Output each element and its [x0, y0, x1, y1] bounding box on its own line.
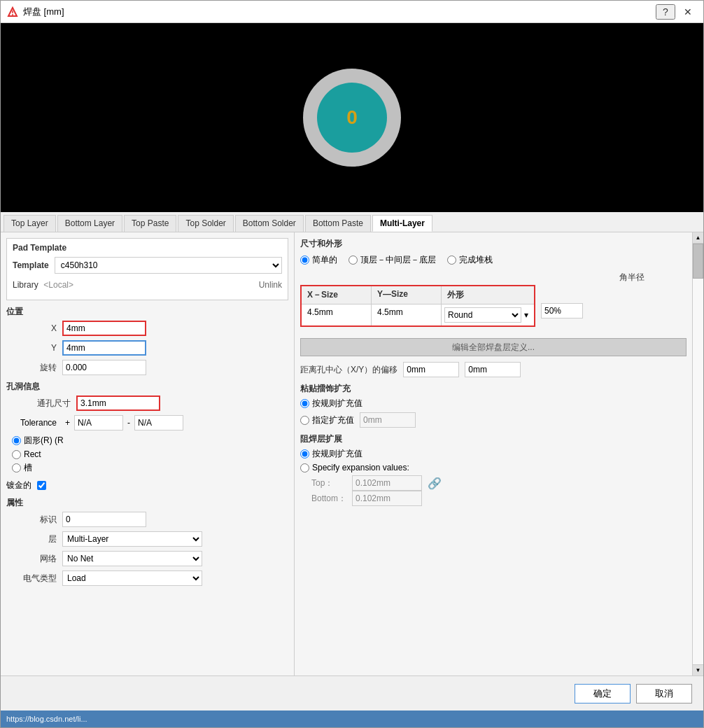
top-mid-bottom-radio-label: 顶层－中间层－底层: [360, 254, 436, 266]
pad-label: 0: [346, 106, 358, 129]
x-input[interactable]: [62, 321, 146, 336]
right-panel: 尺寸和外形 简单的 顶层－中间层－底层: [295, 232, 692, 676]
left-panel: Pad Template Template c450h310 Library <…: [1, 232, 295, 676]
solder-rule-radio-item: 按规则扩充值: [300, 448, 687, 460]
tab-bottom-paste[interactable]: Bottom Paste: [305, 215, 371, 232]
solder-bottom-input[interactable]: [352, 491, 422, 506]
layer-select[interactable]: Multi-Layer: [62, 531, 202, 547]
tolerance-plus-input[interactable]: [74, 415, 123, 430]
x-size-header: X－Size: [302, 286, 372, 304]
solder-top-label: Top：: [311, 477, 346, 489]
rect-radio-item: Rect: [12, 449, 288, 459]
tolerance-label: Tolerance: [6, 418, 62, 428]
simple-radio[interactable]: [300, 255, 309, 265]
through-hole-label: 通孔尺寸: [6, 398, 76, 410]
scroll-thumb: [693, 244, 703, 279]
size-shape-title: 尺寸和外形: [300, 238, 687, 250]
position-title: 位置: [6, 306, 288, 318]
template-row: Template c450h310: [13, 257, 282, 274]
net-row: 网络 No Net: [6, 551, 288, 566]
slot-radio[interactable]: [12, 463, 21, 472]
properties-title: 属性: [6, 497, 288, 509]
pad-visual: 0: [303, 69, 401, 167]
edit-all-layers-button[interactable]: 编辑全部焊盘层定义...: [300, 338, 687, 356]
close-button[interactable]: ✕: [678, 4, 698, 20]
y-size-value: 4.5mm: [372, 304, 442, 326]
pad-outer-ring: 0: [303, 69, 401, 167]
library-value: <Local>: [43, 280, 73, 290]
paste-rule-radio[interactable]: [300, 399, 309, 408]
properties-section: 属性 标识 层 Multi-Layer 网络: [6, 497, 288, 586]
id-input[interactable]: [62, 512, 146, 527]
y-size-header: Y—Size: [372, 286, 442, 304]
rect-radio[interactable]: [12, 450, 21, 459]
plating-checkbox[interactable]: [37, 481, 46, 490]
net-select[interactable]: No Net: [62, 551, 202, 566]
tab-bottom-solder[interactable]: Bottom Solder: [235, 215, 304, 232]
simple-radio-label: 简单的: [312, 254, 337, 266]
tab-top-layer[interactable]: Top Layer: [3, 215, 56, 232]
template-select[interactable]: c450h310: [55, 257, 282, 274]
solder-bottom-row: Bottom：: [311, 491, 687, 506]
scroll-up-button[interactable]: ▲: [693, 232, 703, 244]
y-label: Y: [6, 343, 62, 353]
y-row: Y: [6, 340, 288, 356]
confirm-button[interactable]: 确定: [575, 684, 631, 704]
full-stack-radio[interactable]: [447, 255, 456, 265]
rotation-input[interactable]: [62, 360, 146, 375]
cancel-button[interactable]: 取消: [636, 684, 692, 704]
solder-bottom-label: Bottom：: [311, 493, 346, 505]
radio-mode-row: 简单的 顶层－中间层－底层 完成堆栈: [300, 254, 687, 266]
circle-radio-item: 圆形(R) (R: [12, 435, 288, 447]
tab-multi-layer[interactable]: Multi-Layer: [372, 215, 432, 232]
solder-rule-radio[interactable]: [300, 449, 309, 458]
pad-inner: 0: [317, 83, 387, 153]
paste-rule-label: 按规则扩充值: [312, 398, 362, 410]
help-button[interactable]: ?: [656, 4, 675, 20]
scroll-down-button[interactable]: ▼: [693, 664, 703, 676]
y-input[interactable]: [62, 340, 146, 356]
hole-info-title: 孔洞信息: [6, 381, 288, 393]
pad-template-group: Pad Template Template c450h310 Library <…: [6, 238, 288, 300]
tab-bottom-layer[interactable]: Bottom Layer: [57, 215, 122, 232]
size-shape-section: 尺寸和外形 简单的 顶层－中间层－底层: [300, 238, 687, 362]
solder-specify-radio[interactable]: [300, 463, 309, 472]
shape-select[interactable]: Round: [444, 307, 521, 323]
paste-specify-radio[interactable]: [300, 416, 309, 425]
electrical-select[interactable]: Load: [62, 570, 202, 586]
unlink-button[interactable]: Unlink: [259, 280, 282, 290]
library-row: Library <Local> Unlink: [13, 279, 282, 290]
tab-top-solder[interactable]: Top Solder: [178, 215, 233, 232]
solder-top-input[interactable]: [352, 475, 422, 491]
through-hole-input[interactable]: [76, 396, 160, 411]
tolerance-row: Tolerance + -: [6, 415, 288, 430]
corner-radius-input[interactable]: [541, 303, 583, 318]
rotation-row: 旋转: [6, 360, 288, 375]
circle-radio[interactable]: [12, 436, 21, 445]
paste-title: 粘贴擂饰扩充: [300, 383, 687, 395]
offset-x-input[interactable]: [403, 362, 459, 377]
status-text: https://blog.csdn.net/li...: [6, 715, 87, 723]
top-mid-bottom-radio[interactable]: [349, 255, 358, 265]
pad-template-title: Pad Template: [13, 243, 282, 253]
top-mid-bottom-radio-item: 顶层－中间层－底层: [349, 254, 436, 266]
size-table: X－Size Y—Size 外形 4.5mm 4.5mm Rou: [300, 285, 535, 327]
tolerance-minus-input[interactable]: [134, 415, 183, 430]
bottom-bar: 确定 取消: [1, 676, 703, 710]
x-row: X: [6, 321, 288, 336]
window-title: 焊盘 [mm]: [23, 6, 64, 18]
offset-y-input[interactable]: [465, 362, 521, 377]
slot-radio-item: 槽: [12, 462, 288, 474]
template-label: Template: [13, 260, 49, 270]
rect-radio-label: Rect: [24, 449, 41, 459]
library-label: Library: [13, 280, 38, 290]
slot-radio-label: 槽: [24, 462, 32, 474]
paste-section: 粘贴擂饰扩充 按规则扩充值 指定扩充值: [300, 383, 687, 428]
title-bar: 焊盘 [mm] ? ✕: [1, 1, 703, 23]
full-stack-radio-item: 完成堆栈: [447, 254, 493, 266]
solder-rule-label: 按规则扩充值: [312, 448, 362, 460]
tab-top-paste[interactable]: Top Paste: [124, 215, 176, 232]
through-hole-row: 通孔尺寸: [6, 396, 288, 411]
solder-section: 阻焊层扩展 按规则扩充值 Specify expansion values: T…: [300, 433, 687, 506]
paste-specify-input[interactable]: [360, 412, 416, 428]
